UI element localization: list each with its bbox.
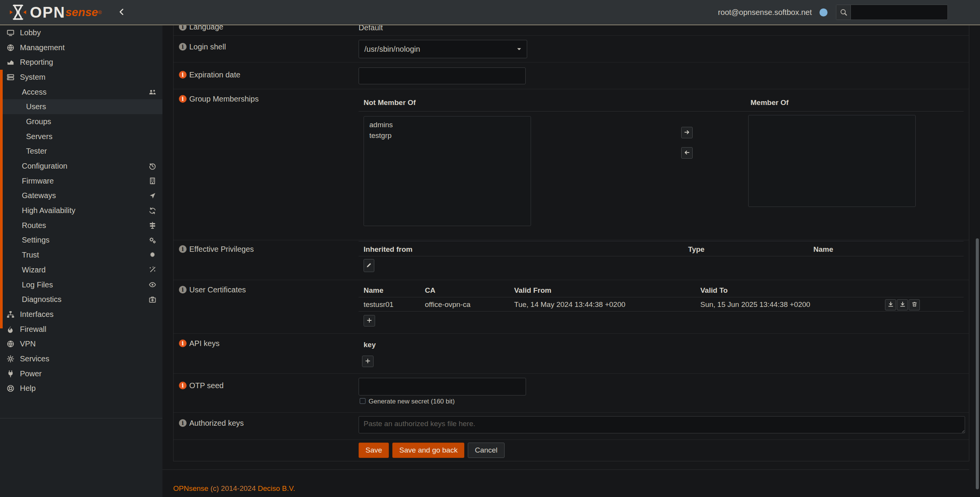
move-to-member-button[interactable] <box>681 127 693 138</box>
delete-certificate-button[interactable] <box>909 299 920 310</box>
info-icon[interactable]: i <box>179 286 187 294</box>
form-row-effective-privileges: i Effective Privileges Inherited from Ty… <box>174 240 969 280</box>
not-member-of-header: Not Member Of <box>364 98 416 107</box>
cancel-button[interactable]: Cancel <box>468 443 504 458</box>
medkit-icon <box>149 296 156 303</box>
magic-wand-icon <box>149 266 156 274</box>
sidebar-item-help[interactable]: Help <box>0 381 162 396</box>
sidebar-item-label: Tester <box>26 147 47 156</box>
sidebar-item-system[interactable]: System <box>0 70 162 85</box>
sidebar-item-configuration[interactable]: Configuration <box>0 159 162 174</box>
sidebar-item-servers[interactable]: Servers <box>0 129 162 144</box>
sidebar-item-vpn[interactable]: VPN <box>0 336 162 351</box>
sidebar-item-power[interactable]: Power <box>0 366 162 381</box>
sidebar-item-users[interactable]: Users <box>0 99 162 114</box>
life-ring-icon <box>5 384 16 392</box>
info-icon[interactable]: i <box>179 382 187 389</box>
sidebar-item-firmware[interactable]: Firmware <box>0 174 162 189</box>
sidebar-item-management[interactable]: Management <box>0 40 162 55</box>
save-and-go-back-button[interactable]: Save and go back <box>392 443 464 458</box>
sidebar-item-interfaces[interactable]: Interfaces <box>0 307 162 322</box>
table-border <box>359 256 964 256</box>
listbox-option-admins[interactable]: admins <box>364 120 531 130</box>
add-certificate-button[interactable] <box>364 315 375 326</box>
member-of-listbox[interactable] <box>748 115 916 207</box>
download-certificate-button[interactable] <box>885 299 896 310</box>
remove-from-member-button[interactable] <box>681 147 693 159</box>
sidebar-collapse-button[interactable] <box>116 7 128 18</box>
certs-col-ca: CA <box>425 286 435 295</box>
server-icon <box>5 73 16 81</box>
sidebar-item-log-files[interactable]: Log Files <box>0 277 162 292</box>
certs-col-valid-to: Valid To <box>700 286 728 295</box>
language-value: Default <box>359 25 383 32</box>
sidebar-item-settings[interactable]: Settings <box>0 233 162 248</box>
signpost-icon <box>149 221 156 229</box>
footer-deciso-link[interactable]: Deciso B.V. <box>258 484 295 492</box>
info-icon[interactable]: i <box>179 25 187 31</box>
field-label: Effective Privileges <box>189 245 254 253</box>
sidebar-item-lobby[interactable]: Lobby <box>0 25 162 40</box>
info-icon[interactable]: i <box>179 419 187 427</box>
field-label: API keys <box>189 339 220 348</box>
info-icon[interactable]: i <box>179 340 187 347</box>
field-label: OTP seed <box>189 381 224 390</box>
table-border <box>359 241 964 241</box>
download-icon <box>888 301 894 308</box>
sidebar-item-routes[interactable]: Routes <box>0 218 162 233</box>
sidebar-item-tester[interactable]: Tester <box>0 144 162 159</box>
generate-secret-checkbox[interactable] <box>360 398 365 404</box>
pencil-icon <box>366 262 372 269</box>
form-row-authorized-keys: i Authorized keys <box>174 413 969 440</box>
otp-seed-input[interactable] <box>359 378 526 395</box>
sidebar-item-label: Services <box>20 354 49 363</box>
sidebar-item-access[interactable]: Access <box>0 85 162 100</box>
sidebar-item-label: Lobby <box>20 28 41 37</box>
arrow-right-icon <box>684 129 690 136</box>
sidebar-item-groups[interactable]: Groups <box>0 114 162 129</box>
add-api-key-button[interactable] <box>362 356 374 367</box>
page-scrollbar-thumb[interactable] <box>976 238 979 489</box>
not-member-of-listbox[interactable]: adminstestgrp <box>364 116 531 226</box>
sidebar-item-high-availability[interactable]: High Availability <box>0 203 162 218</box>
footer-opnsense-link[interactable]: OPNsense <box>173 484 208 492</box>
download-ca-button[interactable] <box>897 299 908 310</box>
sidebar-item-label: Management <box>20 43 65 52</box>
brand-text-secondary: sense <box>66 6 98 19</box>
info-icon[interactable]: i <box>179 245 187 253</box>
table-border <box>359 297 964 297</box>
privileges-col-type: Type <box>688 245 705 254</box>
sidebar-item-gateways[interactable]: Gateways <box>0 189 162 203</box>
search-icon <box>836 5 851 20</box>
info-icon[interactable]: i <box>179 43 187 51</box>
listbox-option-testgrp[interactable]: testgrp <box>364 130 531 141</box>
plus-icon <box>366 317 372 325</box>
field-label: Login shell <box>189 43 226 51</box>
gear-icon <box>5 355 16 363</box>
info-icon[interactable]: i <box>179 95 187 103</box>
login-shell-select[interactable]: /usr/sbin/nologin <box>359 40 527 58</box>
sidebar-item-firewall[interactable]: Firewall <box>0 322 162 337</box>
info-icon[interactable]: i <box>179 71 187 79</box>
sidebar-item-wizard[interactable]: Wizard <box>0 262 162 277</box>
member-of-header: Member Of <box>751 98 788 107</box>
expiration-date-input[interactable] <box>359 67 526 84</box>
sidebar-item-diagnostics[interactable]: Diagnostics <box>0 292 162 307</box>
sidebar-item-label: Wizard <box>22 266 46 274</box>
opnsense-logo[interactable]: OPNsense® <box>9 3 102 21</box>
cert-valid-to: Sun, 15 Jun 2025 13:44:38 +0200 <box>700 300 810 309</box>
authorized-keys-textarea[interactable] <box>359 416 965 433</box>
save-button[interactable]: Save <box>359 443 389 458</box>
chevron-left-icon <box>118 11 126 17</box>
footer: OPNsense (c) 2014-2024 Deciso B.V. <box>173 484 980 493</box>
search-input[interactable] <box>851 5 947 20</box>
sidebar-item-label: Firewall <box>20 325 46 334</box>
arrow-left-icon <box>684 149 690 157</box>
sidebar-item-services[interactable]: Services <box>0 351 162 366</box>
sidebar-item-reporting[interactable]: Reporting <box>0 55 162 70</box>
sidebar-item-label: System <box>20 73 46 82</box>
sidebar-item-trust[interactable]: Trust <box>0 248 162 262</box>
field-label: Expiration date <box>189 71 240 79</box>
edit-privileges-button[interactable] <box>364 259 374 272</box>
sidebar-item-label: Settings <box>22 236 49 244</box>
